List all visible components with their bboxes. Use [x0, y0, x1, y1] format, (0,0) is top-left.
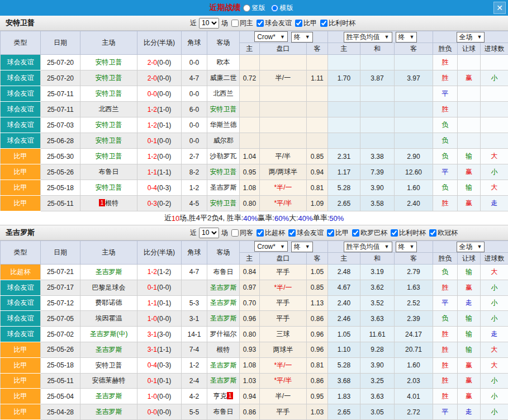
vertical-radio-input[interactable] [243, 4, 250, 12]
filter-checkbox-input[interactable] [288, 229, 296, 237]
halftime-score: (0-3) [157, 184, 171, 192]
away-team-cell: 华斯兰德 [207, 117, 240, 133]
chevron-down-icon: ▼ [410, 34, 415, 40]
team-name: 安特卫普 [96, 152, 122, 160]
handicap-line-cell: 平手 [260, 404, 307, 420]
odds-home-cell [240, 86, 260, 102]
team-name: 安特卫普 [96, 361, 122, 369]
halftime-score: (0-0) [157, 153, 171, 161]
odds-home-cell [240, 133, 260, 149]
date-cell: 25-05-26 [41, 342, 80, 357]
team-name: 亨克 [213, 392, 227, 400]
dropdown-label: 终 [294, 32, 301, 42]
filter-checkbox-input[interactable] [391, 229, 398, 237]
filter-checkbox-input[interactable] [320, 20, 327, 27]
odds-home-cell [240, 102, 260, 117]
filter-checkbox-2[interactable]: 球会友谊 [288, 228, 324, 238]
euro-away-cell: 2.90 [395, 149, 433, 164]
fulltime-score: 2-0 [148, 59, 157, 67]
filter-checkbox-label: 欧冠杯 [438, 228, 458, 238]
match-scope-dropdown[interactable]: 全场▼ [457, 32, 485, 43]
odds-source-dropdown[interactable]: Crow*▼ [254, 241, 288, 252]
recent-count-select[interactable]: 10 [199, 228, 219, 238]
filter-checkbox-input[interactable] [295, 20, 302, 27]
handicap-result-cell: 输 [458, 265, 481, 280]
filter-checkbox-input[interactable] [429, 229, 436, 237]
final-dropdown[interactable]: 终▼ [291, 242, 313, 252]
corner-cell: 0-0 [182, 86, 207, 102]
layout-radio-vertical[interactable]: 竖版 [243, 3, 265, 13]
halftime-score: (0-2) [157, 200, 171, 207]
away-team-cell: 布鲁日 [207, 404, 240, 420]
corner-cell: 4-7 [182, 265, 207, 280]
europe-odds-dropdown[interactable]: 胜平负均值▼ [344, 32, 392, 43]
layout-radio-horizontal[interactable]: 横版 [271, 3, 293, 13]
filter-checkbox-input[interactable] [257, 229, 264, 237]
panel-title: 近期战绩 [210, 3, 241, 13]
final-dropdown[interactable]: 终▼ [396, 242, 417, 252]
sub-col-header: 和 [360, 43, 395, 55]
filter-bar: 近10场同主球会友谊比甲比利时杯 [190, 18, 355, 29]
sub-col-header: 胜负 [433, 253, 458, 265]
final-dropdown[interactable]: 终▼ [291, 32, 313, 43]
team-name: 安特卫普 [96, 136, 122, 144]
chevron-down-icon: ▼ [384, 244, 390, 249]
team-name: 罗什福尔 [210, 330, 237, 338]
euro-away-cell [395, 86, 433, 102]
filter-checkbox-0[interactable]: 同客 [231, 228, 253, 238]
filter-checkbox-4[interactable]: 欧罗巴杯 [352, 228, 387, 238]
sub-col-header: 主 [328, 43, 360, 55]
europe-odds-dropdown[interactable]: 胜平负均值▼ [344, 242, 392, 252]
type-cell: 比甲 [1, 164, 41, 180]
filter-checkbox-0[interactable]: 同主 [231, 18, 253, 28]
filter-checkbox-2[interactable]: 比甲 [295, 18, 317, 28]
filter-checkbox-6[interactable]: 欧冠杯 [429, 228, 458, 238]
europe-dropdown-group: 胜平负均值▼终▼ [328, 241, 433, 253]
handicap-line-cell: *平/半 [260, 196, 307, 211]
goals-result-cell [481, 102, 508, 117]
filter-checkbox-1[interactable]: 球会友谊 [257, 18, 292, 28]
filter-checkbox-1[interactable]: 比超杯 [257, 228, 285, 238]
odds-source-dropdown[interactable]: Crow*▼ [254, 31, 288, 42]
horizontal-radio-input[interactable] [271, 4, 278, 12]
halftime-score: (0-0) [157, 74, 171, 82]
filter-checkbox-3[interactable]: 比利时杯 [320, 18, 355, 28]
euro-home-cell: 2.48 [328, 265, 360, 280]
away-team-cell: 根特 [207, 342, 240, 357]
table-row: 比甲25-05-04圣吉罗斯1-0(0-0)4-2亨克10.94半/一0.951… [1, 389, 508, 404]
filter-checkbox-input[interactable] [231, 20, 239, 27]
result-cell: 胜 [433, 196, 458, 211]
euro-away-cell [395, 102, 433, 117]
halftime-score: (0-3) [157, 361, 171, 369]
odds-home-cell [240, 117, 260, 133]
corner-cell: 5-3 [182, 295, 207, 311]
close-button[interactable]: ✕ [493, 2, 506, 14]
filter-checkbox-5[interactable]: 比利时杯 [391, 228, 426, 238]
final-dropdown[interactable]: 终▼ [396, 32, 417, 43]
filter-checkbox-input[interactable] [352, 229, 359, 237]
recent-results-panel: 近期战绩 竖版 横版 ✕ 安特卫普近10场同主球会友谊比甲比利时杯类型日期主场比… [0, 0, 508, 420]
recent-count-select[interactable]: 10 [199, 18, 219, 29]
date-cell: 25-07-05 [41, 311, 80, 327]
euro-draw-cell: 3.19 [360, 265, 395, 280]
match-scope-dropdown[interactable]: 全场▼ [457, 242, 485, 252]
home-team-cell: 1根特 [80, 196, 137, 211]
team-name: 圣吉罗斯 [210, 284, 237, 291]
filter-checkbox-input[interactable] [327, 229, 334, 237]
filter-checkbox-input[interactable] [231, 229, 239, 237]
halftime-score: (3-0) [157, 331, 171, 338]
sub-col-header: 客 [395, 253, 433, 265]
result-cell: 平 [433, 404, 458, 420]
home-team-cell: 埃因霍温 [80, 311, 137, 327]
result-cell: 胜 [433, 102, 458, 117]
fulltime-score: 1-1 [148, 299, 157, 307]
handicap-line-cell [260, 55, 307, 70]
euro-home-cell: 2.40 [328, 295, 360, 311]
result-cell: 负 [433, 180, 458, 196]
corner-cell: 4-7 [182, 70, 207, 86]
euro-home-cell: 1.70 [328, 70, 360, 86]
filter-checkbox-input[interactable] [257, 20, 264, 27]
euro-home-cell [328, 55, 360, 70]
filter-checkbox-3[interactable]: 比甲 [327, 228, 349, 238]
dropdown-label: 全场 [459, 32, 473, 42]
